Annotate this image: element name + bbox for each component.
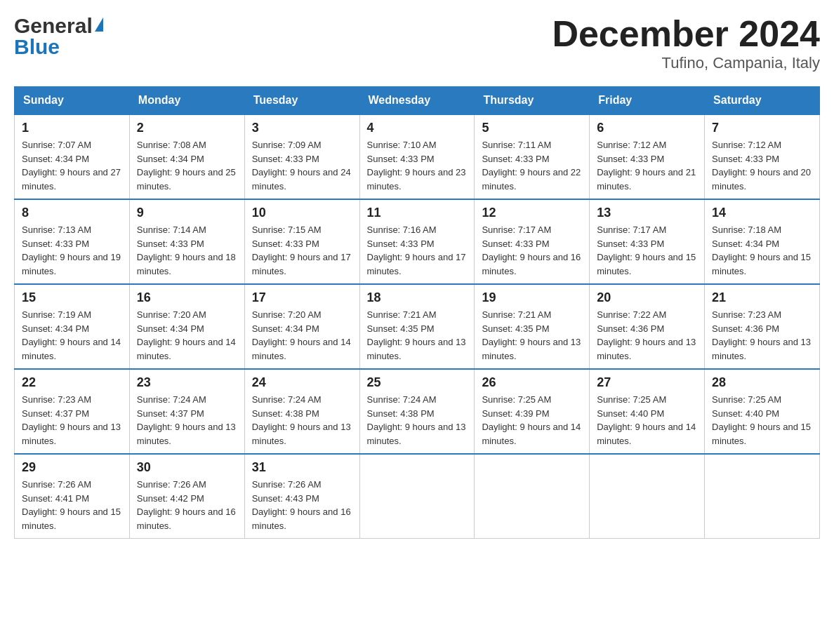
sunset-label: Sunset: 4:36 PM	[597, 323, 664, 334]
table-row: 5 Sunrise: 7:11 AM Sunset: 4:33 PM Dayli…	[475, 114, 590, 199]
day-info: Sunrise: 7:21 AM Sunset: 4:35 PM Dayligh…	[367, 308, 468, 363]
day-info: Sunrise: 7:10 AM Sunset: 4:33 PM Dayligh…	[367, 138, 468, 193]
table-row: 15 Sunrise: 7:19 AM Sunset: 4:34 PM Dayl…	[15, 284, 130, 369]
sunset-label: Sunset: 4:33 PM	[22, 239, 89, 249]
daylight-label: Daylight: 9 hours and 21 minutes.	[597, 167, 696, 192]
table-row: 2 Sunrise: 7:08 AM Sunset: 4:34 PM Dayli…	[129, 114, 244, 199]
sunrise-label: Sunrise: 7:25 AM	[712, 394, 781, 405]
calendar-week-row: 1 Sunrise: 7:07 AM Sunset: 4:34 PM Dayli…	[15, 114, 820, 199]
day-number: 24	[252, 375, 352, 390]
day-info: Sunrise: 7:09 AM Sunset: 4:33 PM Dayligh…	[252, 138, 352, 193]
day-number: 11	[367, 206, 468, 220]
day-number: 28	[712, 375, 812, 390]
day-number: 18	[367, 290, 468, 305]
day-info: Sunrise: 7:20 AM Sunset: 4:34 PM Dayligh…	[137, 308, 237, 363]
sunset-label: Sunset: 4:35 PM	[367, 323, 435, 334]
daylight-label: Daylight: 9 hours and 24 minutes.	[252, 167, 351, 192]
table-row: 18 Sunrise: 7:21 AM Sunset: 4:35 PM Dayl…	[359, 284, 475, 369]
daylight-label: Daylight: 9 hours and 13 minutes.	[252, 422, 351, 446]
day-info: Sunrise: 7:11 AM Sunset: 4:33 PM Dayligh…	[482, 138, 582, 193]
table-row: 9 Sunrise: 7:14 AM Sunset: 4:33 PM Dayli…	[129, 199, 244, 284]
day-info: Sunrise: 7:20 AM Sunset: 4:34 PM Dayligh…	[252, 308, 352, 363]
sunset-label: Sunset: 4:34 PM	[252, 323, 319, 334]
day-number: 2	[137, 121, 237, 135]
logo-top: General	[14, 14, 103, 38]
day-number: 25	[367, 375, 468, 390]
sunrise-label: Sunrise: 7:24 AM	[252, 394, 322, 405]
day-number: 19	[482, 290, 582, 305]
daylight-label: Daylight: 9 hours and 15 minutes.	[712, 422, 811, 446]
sunrise-label: Sunrise: 7:10 AM	[367, 140, 437, 150]
table-row: 19 Sunrise: 7:21 AM Sunset: 4:35 PM Dayl…	[475, 284, 590, 369]
table-row: 17 Sunrise: 7:20 AM Sunset: 4:34 PM Dayl…	[244, 284, 359, 369]
day-number: 26	[482, 375, 582, 390]
table-row: 23 Sunrise: 7:24 AM Sunset: 4:37 PM Dayl…	[129, 369, 244, 454]
sunrise-label: Sunrise: 7:18 AM	[712, 224, 781, 235]
sunset-label: Sunset: 4:37 PM	[137, 408, 204, 419]
daylight-label: Daylight: 9 hours and 13 minutes.	[137, 422, 236, 446]
sunrise-label: Sunrise: 7:12 AM	[712, 140, 781, 150]
daylight-label: Daylight: 9 hours and 13 minutes.	[482, 337, 581, 361]
day-info: Sunrise: 7:14 AM Sunset: 4:33 PM Dayligh…	[137, 223, 237, 278]
sunrise-label: Sunrise: 7:11 AM	[482, 140, 551, 150]
sunrise-label: Sunrise: 7:17 AM	[482, 224, 551, 235]
sunrise-label: Sunrise: 7:12 AM	[597, 140, 666, 150]
sunset-label: Sunset: 4:33 PM	[252, 154, 319, 164]
day-info: Sunrise: 7:24 AM Sunset: 4:37 PM Dayligh…	[137, 393, 237, 448]
sunset-label: Sunset: 4:33 PM	[137, 239, 204, 249]
table-row	[590, 454, 705, 539]
sunrise-label: Sunrise: 7:20 AM	[137, 309, 206, 320]
table-row	[359, 454, 475, 539]
sunrise-label: Sunrise: 7:09 AM	[252, 140, 322, 150]
sunrise-label: Sunrise: 7:16 AM	[367, 224, 437, 235]
day-number: 9	[137, 206, 237, 220]
sunset-label: Sunset: 4:33 PM	[482, 154, 549, 164]
day-info: Sunrise: 7:26 AM Sunset: 4:41 PM Dayligh…	[22, 478, 122, 532]
daylight-label: Daylight: 9 hours and 15 minutes.	[712, 252, 811, 276]
day-info: Sunrise: 7:17 AM Sunset: 4:33 PM Dayligh…	[482, 223, 582, 278]
day-info: Sunrise: 7:24 AM Sunset: 4:38 PM Dayligh…	[367, 393, 468, 448]
day-number: 21	[712, 290, 812, 305]
col-sunday: Sunday	[15, 87, 130, 115]
table-row: 4 Sunrise: 7:10 AM Sunset: 4:33 PM Dayli…	[359, 114, 475, 199]
day-number: 8	[22, 206, 122, 220]
table-row: 20 Sunrise: 7:22 AM Sunset: 4:36 PM Dayl…	[590, 284, 705, 369]
day-info: Sunrise: 7:19 AM Sunset: 4:34 PM Dayligh…	[22, 308, 122, 363]
daylight-label: Daylight: 9 hours and 25 minutes.	[137, 167, 236, 192]
sunset-label: Sunset: 4:41 PM	[22, 493, 89, 504]
calendar-week-row: 29 Sunrise: 7:26 AM Sunset: 4:41 PM Dayl…	[15, 454, 820, 539]
daylight-label: Daylight: 9 hours and 14 minutes.	[137, 337, 236, 361]
sunset-label: Sunset: 4:38 PM	[252, 408, 319, 419]
table-row: 25 Sunrise: 7:24 AM Sunset: 4:38 PM Dayl…	[359, 369, 475, 454]
sunrise-label: Sunrise: 7:21 AM	[482, 309, 551, 320]
sunset-label: Sunset: 4:34 PM	[712, 239, 779, 249]
day-number: 13	[597, 206, 697, 220]
col-tuesday: Tuesday	[244, 87, 359, 115]
table-row: 7 Sunrise: 7:12 AM Sunset: 4:33 PM Dayli…	[705, 114, 820, 199]
daylight-label: Daylight: 9 hours and 18 minutes.	[137, 252, 236, 276]
day-info: Sunrise: 7:25 AM Sunset: 4:40 PM Dayligh…	[597, 393, 697, 448]
sunrise-label: Sunrise: 7:25 AM	[482, 394, 551, 405]
day-info: Sunrise: 7:13 AM Sunset: 4:33 PM Dayligh…	[22, 223, 122, 278]
table-row: 28 Sunrise: 7:25 AM Sunset: 4:40 PM Dayl…	[705, 369, 820, 454]
sunset-label: Sunset: 4:38 PM	[367, 408, 435, 419]
day-number: 31	[252, 460, 352, 475]
sunrise-label: Sunrise: 7:17 AM	[597, 224, 666, 235]
day-number: 20	[597, 290, 697, 305]
day-number: 1	[22, 121, 122, 135]
calendar-table: Sunday Monday Tuesday Wednesday Thursday…	[14, 86, 820, 539]
day-number: 12	[482, 206, 582, 220]
logo: General Blue	[14, 14, 103, 59]
day-number: 17	[252, 290, 352, 305]
calendar-week-row: 22 Sunrise: 7:23 AM Sunset: 4:37 PM Dayl…	[15, 369, 820, 454]
table-row: 21 Sunrise: 7:23 AM Sunset: 4:36 PM Dayl…	[705, 284, 820, 369]
day-number: 16	[137, 290, 237, 305]
sunset-label: Sunset: 4:34 PM	[22, 154, 89, 164]
sunset-label: Sunset: 4:34 PM	[22, 323, 89, 334]
day-info: Sunrise: 7:23 AM Sunset: 4:37 PM Dayligh…	[22, 393, 122, 448]
col-thursday: Thursday	[475, 87, 590, 115]
table-row: 1 Sunrise: 7:07 AM Sunset: 4:34 PM Dayli…	[15, 114, 130, 199]
table-row: 6 Sunrise: 7:12 AM Sunset: 4:33 PM Dayli…	[590, 114, 705, 199]
table-row	[475, 454, 590, 539]
sunrise-label: Sunrise: 7:25 AM	[597, 394, 666, 405]
